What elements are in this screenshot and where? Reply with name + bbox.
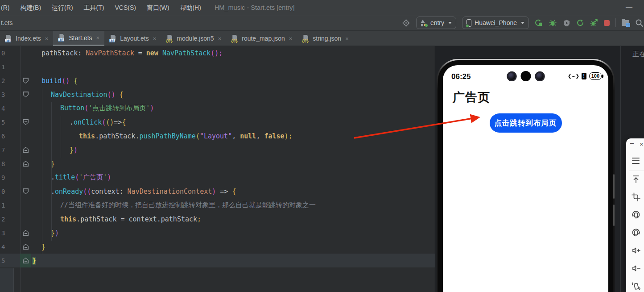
- menu-window[interactable]: 窗口(W): [141, 0, 175, 15]
- navigate-layout-button[interactable]: 点击跳转到布局页: [490, 113, 562, 133]
- line-number: 7: [0, 146, 20, 154]
- fold-marker-icon[interactable]: [23, 78, 29, 83]
- module-selector[interactable]: entry: [416, 17, 456, 29]
- fold-marker-icon[interactable]: [23, 147, 29, 153]
- code-line[interactable]: 4Button('点击跳转到布局页'): [0, 101, 435, 115]
- code-line[interactable]: 8}: [0, 157, 435, 171]
- tab-close-icon[interactable]: ×: [96, 34, 100, 41]
- code-line[interactable]: 9.title('广告页'): [0, 171, 435, 184]
- line-number: 2: [0, 216, 20, 223]
- menu-refactor[interactable]: (R): [0, 0, 15, 15]
- search-icon[interactable]: [635, 19, 643, 27]
- code-line[interactable]: 3}): [0, 226, 435, 240]
- fold-gutter: [20, 212, 31, 226]
- fold-marker-icon[interactable]: [23, 230, 29, 236]
- tab-route_map.json[interactable]: {0}route_map.json×: [226, 31, 297, 46]
- tab-label: Layout.ets: [120, 35, 149, 42]
- indent-guide: [61, 116, 61, 158]
- volume-down-icon[interactable]: [631, 263, 641, 274]
- menu-vcs[interactable]: VCS(S): [109, 0, 141, 15]
- scroll-top-icon[interactable]: [631, 174, 641, 184]
- device-file-browser-icon[interactable]: [622, 20, 629, 26]
- phone-bezel: 06:25 ! 100 广告页 点: [438, 60, 613, 292]
- camera-lens-icon: [520, 71, 531, 81]
- fold-marker-icon[interactable]: [23, 188, 29, 194]
- tab-label: route_map.json: [242, 35, 285, 42]
- fold-gutter[interactable]: [20, 88, 31, 101]
- code-line[interactable]: 2build() {: [0, 74, 435, 88]
- fold-marker-icon[interactable]: [23, 92, 29, 97]
- code-line[interactable]: 6this.pathStack.pushPathByName("Layout",…: [0, 129, 435, 143]
- camera-lens-icon: [535, 71, 545, 81]
- code-line[interactable]: 0pathStack: NavPathStack = new NavPathSt…: [0, 46, 435, 60]
- fold-marker-icon[interactable]: [23, 244, 29, 250]
- tab-close-icon[interactable]: ×: [218, 35, 222, 42]
- code-line[interactable]: 2this.pathStack = context.pathStack;: [0, 212, 435, 226]
- code-line[interactable]: 1//当组件准备好的时候，把自己放进控制跳转对象里，那么自己就是能跳转的对象之一: [0, 198, 435, 212]
- fold-gutter[interactable]: [20, 184, 31, 198]
- crop-icon[interactable]: [631, 192, 641, 202]
- tab-string.json[interactable]: {0}string.json×: [297, 31, 353, 46]
- run-button[interactable]: [535, 19, 543, 27]
- code-line[interactable]: 1: [0, 60, 435, 74]
- code-line[interactable]: 5.onClick(()=>{: [0, 115, 435, 129]
- ets-file-icon: ETS: [5, 35, 12, 42]
- menu-tools[interactable]: 工具(T): [78, 0, 110, 15]
- attach-debugger-button[interactable]: [590, 19, 598, 27]
- profiler-button[interactable]: [562, 19, 570, 27]
- json-file-icon: {0}: [302, 35, 310, 42]
- code-line[interactable]: 4}: [0, 240, 435, 254]
- battery-level-indicator: 100: [589, 72, 602, 80]
- phone-volume-button[interactable]: [613, 174, 615, 199]
- target-icon[interactable]: [402, 19, 410, 27]
- debug-button[interactable]: [549, 19, 557, 27]
- code-line[interactable]: 7}): [0, 143, 435, 157]
- tab-close-icon[interactable]: ×: [345, 35, 349, 42]
- ide-window: (R) 构建(B) 运行(R) 工具(T) VCS(S) 窗口(W) 帮助(H)…: [0, 0, 644, 292]
- fold-gutter[interactable]: [20, 74, 31, 88]
- menu-icon[interactable]: [632, 158, 640, 166]
- fold-gutter[interactable]: [20, 143, 31, 157]
- fold-gutter[interactable]: [20, 254, 31, 267]
- menu-run[interactable]: 运行(R): [46, 0, 78, 15]
- tab-Layout.ets[interactable]: ETSLayout.ets×: [104, 31, 161, 46]
- fold-marker-icon[interactable]: [23, 119, 29, 125]
- tab-close-icon[interactable]: ×: [45, 35, 49, 42]
- menu-help[interactable]: 帮助(H): [174, 0, 206, 15]
- fold-marker-icon[interactable]: [23, 161, 29, 167]
- code-editor[interactable]: 0pathStack: NavPathStack = new NavPathSt…: [0, 46, 435, 292]
- fold-gutter[interactable]: [20, 157, 31, 171]
- tab-Start.ets[interactable]: ETSStart.ets×: [53, 31, 104, 46]
- fold-gutter[interactable]: [20, 240, 31, 254]
- window-minimize-button[interactable]: —: [626, 0, 632, 13]
- fold-gutter[interactable]: [20, 115, 31, 129]
- code-line[interactable]: 3NavDestination() {: [0, 88, 435, 101]
- tab-module.json5[interactable]: {0}module.json5×: [161, 31, 226, 46]
- tab-close-icon[interactable]: ×: [289, 35, 293, 42]
- fold-marker-icon[interactable]: [23, 258, 29, 263]
- module-icon: [421, 20, 427, 26]
- code-text: }): [31, 146, 78, 154]
- menu-build[interactable]: 构建(B): [15, 0, 46, 15]
- stop-button[interactable]: [604, 20, 610, 26]
- rotate-ccw-icon[interactable]: [631, 209, 641, 220]
- close-icon[interactable]: ×: [640, 140, 644, 148]
- page-title: 广告页: [453, 89, 490, 105]
- code-line[interactable]: 0.onReady((context: NavDestinationContex…: [0, 184, 435, 198]
- fold-gutter: [20, 46, 31, 60]
- code-line[interactable]: 5}: [0, 254, 435, 267]
- phone-device-frame: 06:25 ! 100 广告页 点: [437, 59, 615, 292]
- breadcrumb[interactable]: t.ets: [0, 19, 12, 26]
- shake-icon[interactable]: [631, 281, 641, 292]
- fold-gutter[interactable]: [20, 226, 31, 240]
- volume-up-icon[interactable]: [631, 245, 641, 256]
- device-selector[interactable]: Huawei_Phone: [462, 17, 529, 29]
- rerun-button[interactable]: [576, 19, 584, 27]
- side-toolbar-divider: [629, 171, 644, 171]
- rotate-cw-icon[interactable]: [631, 227, 641, 238]
- status-bar-time: 06:25: [451, 72, 471, 81]
- phone-power-button[interactable]: [613, 204, 615, 226]
- tab-close-icon[interactable]: ×: [153, 35, 157, 42]
- minimize-icon[interactable]: −: [630, 139, 634, 148]
- tab-Index.ets[interactable]: ETSIndex.ets×: [0, 31, 53, 46]
